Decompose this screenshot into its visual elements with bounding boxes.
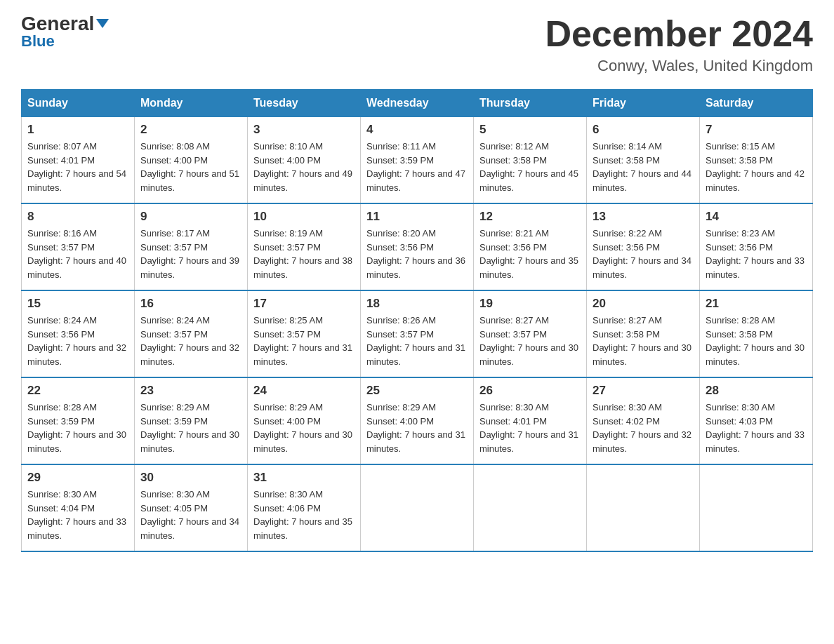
day-info: Sunrise: 8:22 AM Sunset: 3:56 PM Dayligh… [593, 227, 694, 281]
day-number: 21 [706, 297, 807, 311]
day-number: 6 [593, 123, 694, 137]
page-header: General Blue December 2024 Conwy, Wales,… [21, 14, 813, 75]
col-tuesday: Tuesday [248, 90, 361, 117]
day-number: 12 [479, 210, 581, 224]
day-info: Sunrise: 8:24 AM Sunset: 3:56 PM Dayligh… [27, 314, 128, 368]
day-info: Sunrise: 8:20 AM Sunset: 3:56 PM Dayligh… [366, 227, 468, 281]
table-row: 29 Sunrise: 8:30 AM Sunset: 4:04 PM Dayl… [22, 464, 135, 551]
col-wednesday: Wednesday [361, 90, 474, 117]
calendar-week-row: 8 Sunrise: 8:16 AM Sunset: 3:57 PM Dayli… [22, 203, 813, 290]
day-number: 18 [366, 297, 468, 311]
calendar-week-row: 1 Sunrise: 8:07 AM Sunset: 4:01 PM Dayli… [22, 117, 813, 204]
day-info: Sunrise: 8:16 AM Sunset: 3:57 PM Dayligh… [27, 227, 128, 281]
day-info: Sunrise: 8:19 AM Sunset: 3:57 PM Dayligh… [253, 227, 355, 281]
table-row: 3 Sunrise: 8:10 AM Sunset: 4:00 PM Dayli… [248, 117, 361, 204]
title-section: December 2024 Conwy, Wales, United Kingd… [545, 14, 813, 75]
day-number: 2 [140, 123, 241, 137]
calendar-week-row: 29 Sunrise: 8:30 AM Sunset: 4:04 PM Dayl… [22, 464, 813, 551]
day-number: 19 [479, 297, 581, 311]
day-info: Sunrise: 8:30 AM Sunset: 4:06 PM Dayligh… [253, 488, 355, 542]
table-row: 15 Sunrise: 8:24 AM Sunset: 3:56 PM Dayl… [22, 290, 135, 377]
day-info: Sunrise: 8:12 AM Sunset: 3:58 PM Dayligh… [479, 140, 581, 194]
day-number: 17 [253, 297, 355, 311]
day-info: Sunrise: 8:30 AM Sunset: 4:04 PM Dayligh… [27, 488, 128, 542]
day-number: 11 [366, 210, 468, 224]
day-info: Sunrise: 8:15 AM Sunset: 3:58 PM Dayligh… [706, 140, 807, 194]
day-info: Sunrise: 8:07 AM Sunset: 4:01 PM Dayligh… [27, 140, 128, 194]
table-row: 16 Sunrise: 8:24 AM Sunset: 3:57 PM Dayl… [135, 290, 248, 377]
table-row: 25 Sunrise: 8:29 AM Sunset: 4:00 PM Dayl… [361, 377, 474, 464]
table-row: 6 Sunrise: 8:14 AM Sunset: 3:58 PM Dayli… [587, 117, 700, 204]
calendar-week-row: 22 Sunrise: 8:28 AM Sunset: 3:59 PM Dayl… [22, 377, 813, 464]
location: Conwy, Wales, United Kingdom [545, 57, 813, 75]
day-number: 28 [706, 384, 807, 398]
day-number: 27 [593, 384, 694, 398]
calendar-header-row: Sunday Monday Tuesday Wednesday Thursday… [22, 90, 813, 117]
table-row: 7 Sunrise: 8:15 AM Sunset: 3:58 PM Dayli… [700, 117, 813, 204]
day-info: Sunrise: 8:24 AM Sunset: 3:57 PM Dayligh… [140, 314, 241, 368]
day-info: Sunrise: 8:29 AM Sunset: 3:59 PM Dayligh… [140, 401, 241, 455]
table-row [361, 464, 474, 551]
col-friday: Friday [587, 90, 700, 117]
day-info: Sunrise: 8:17 AM Sunset: 3:57 PM Dayligh… [140, 227, 241, 281]
day-number: 26 [479, 384, 581, 398]
table-row: 10 Sunrise: 8:19 AM Sunset: 3:57 PM Dayl… [248, 203, 361, 290]
col-monday: Monday [135, 90, 248, 117]
table-row: 26 Sunrise: 8:30 AM Sunset: 4:01 PM Dayl… [474, 377, 587, 464]
day-info: Sunrise: 8:10 AM Sunset: 4:00 PM Dayligh… [253, 140, 355, 194]
day-info: Sunrise: 8:28 AM Sunset: 3:59 PM Dayligh… [27, 401, 128, 455]
day-number: 10 [253, 210, 355, 224]
table-row [587, 464, 700, 551]
col-sunday: Sunday [22, 90, 135, 117]
day-number: 7 [706, 123, 807, 137]
day-number: 22 [27, 384, 128, 398]
day-number: 8 [27, 210, 128, 224]
day-number: 4 [366, 123, 468, 137]
day-number: 29 [27, 471, 128, 485]
day-info: Sunrise: 8:26 AM Sunset: 3:57 PM Dayligh… [366, 314, 468, 368]
day-info: Sunrise: 8:29 AM Sunset: 4:00 PM Dayligh… [253, 401, 355, 455]
calendar-week-row: 15 Sunrise: 8:24 AM Sunset: 3:56 PM Dayl… [22, 290, 813, 377]
table-row: 9 Sunrise: 8:17 AM Sunset: 3:57 PM Dayli… [135, 203, 248, 290]
day-number: 3 [253, 123, 355, 137]
table-row: 23 Sunrise: 8:29 AM Sunset: 3:59 PM Dayl… [135, 377, 248, 464]
table-row: 4 Sunrise: 8:11 AM Sunset: 3:59 PM Dayli… [361, 117, 474, 204]
table-row: 2 Sunrise: 8:08 AM Sunset: 4:00 PM Dayli… [135, 117, 248, 204]
day-number: 14 [706, 210, 807, 224]
day-info: Sunrise: 8:30 AM Sunset: 4:02 PM Dayligh… [593, 401, 694, 455]
day-info: Sunrise: 8:27 AM Sunset: 3:58 PM Dayligh… [593, 314, 694, 368]
day-number: 20 [593, 297, 694, 311]
table-row: 13 Sunrise: 8:22 AM Sunset: 3:56 PM Dayl… [587, 203, 700, 290]
logo-bottom: Blue [21, 32, 55, 51]
day-info: Sunrise: 8:30 AM Sunset: 4:05 PM Dayligh… [140, 488, 241, 542]
day-info: Sunrise: 8:21 AM Sunset: 3:56 PM Dayligh… [479, 227, 581, 281]
day-number: 13 [593, 210, 694, 224]
table-row: 8 Sunrise: 8:16 AM Sunset: 3:57 PM Dayli… [22, 203, 135, 290]
table-row: 1 Sunrise: 8:07 AM Sunset: 4:01 PM Dayli… [22, 117, 135, 204]
table-row: 31 Sunrise: 8:30 AM Sunset: 4:06 PM Dayl… [248, 464, 361, 551]
day-info: Sunrise: 8:23 AM Sunset: 3:56 PM Dayligh… [706, 227, 807, 281]
day-number: 24 [253, 384, 355, 398]
day-info: Sunrise: 8:28 AM Sunset: 3:58 PM Dayligh… [706, 314, 807, 368]
day-number: 1 [27, 123, 128, 137]
table-row: 27 Sunrise: 8:30 AM Sunset: 4:02 PM Dayl… [587, 377, 700, 464]
table-row: 30 Sunrise: 8:30 AM Sunset: 4:05 PM Dayl… [135, 464, 248, 551]
table-row: 14 Sunrise: 8:23 AM Sunset: 3:56 PM Dayl… [700, 203, 813, 290]
logo: General Blue [21, 14, 109, 51]
logo-top: General [21, 14, 109, 34]
month-title: December 2024 [545, 14, 813, 54]
col-thursday: Thursday [474, 90, 587, 117]
day-info: Sunrise: 8:08 AM Sunset: 4:00 PM Dayligh… [140, 140, 241, 194]
day-number: 16 [140, 297, 241, 311]
table-row: 28 Sunrise: 8:30 AM Sunset: 4:03 PM Dayl… [700, 377, 813, 464]
table-row: 11 Sunrise: 8:20 AM Sunset: 3:56 PM Dayl… [361, 203, 474, 290]
table-row: 5 Sunrise: 8:12 AM Sunset: 3:58 PM Dayli… [474, 117, 587, 204]
day-number: 5 [479, 123, 581, 137]
table-row: 17 Sunrise: 8:25 AM Sunset: 3:57 PM Dayl… [248, 290, 361, 377]
day-info: Sunrise: 8:11 AM Sunset: 3:59 PM Dayligh… [366, 140, 468, 194]
calendar-table: Sunday Monday Tuesday Wednesday Thursday… [21, 89, 813, 552]
day-info: Sunrise: 8:25 AM Sunset: 3:57 PM Dayligh… [253, 314, 355, 368]
table-row [700, 464, 813, 551]
table-row: 12 Sunrise: 8:21 AM Sunset: 3:56 PM Dayl… [474, 203, 587, 290]
table-row: 19 Sunrise: 8:27 AM Sunset: 3:57 PM Dayl… [474, 290, 587, 377]
